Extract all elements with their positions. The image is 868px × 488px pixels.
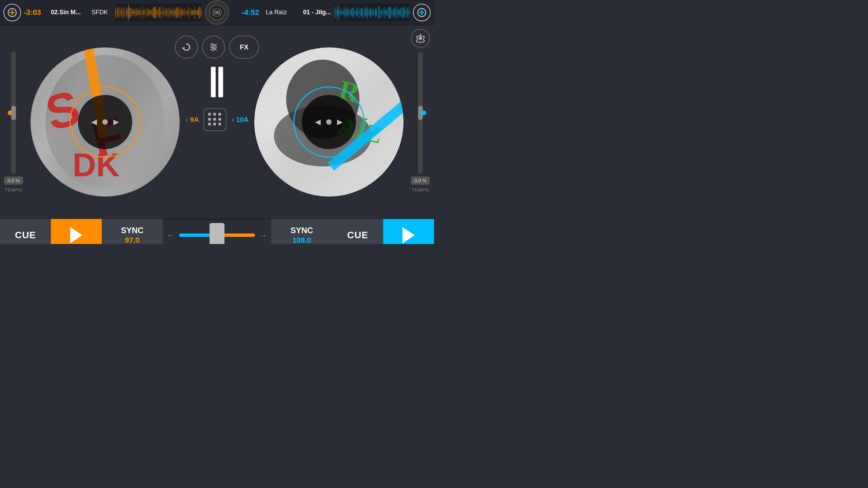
right-sync-value: 108.0 [292,236,311,244]
right-tempo-dot [421,110,426,115]
left-sync-block[interactable]: SYNC 97.0 [102,219,163,244]
grid-button[interactable] [203,108,226,131]
app-logo [205,0,229,25]
right-turntable[interactable]: R AÍZ ◀ ▶ [254,47,403,197]
eq-button[interactable] [202,36,225,59]
right-fwd-button[interactable]: ▶ [337,118,343,126]
left-play-icon [70,227,82,243]
right-center-overlay: ◀ ▶ [302,95,356,149]
left-key-note: ♪ [185,117,188,123]
crossfader-arrow-right: → [255,230,271,240]
left-side-panel: 0.0 % TEMPO [0,25,27,219]
crossfader-thumb[interactable] [210,223,224,244]
left-track-info: -3:03 02.Sin M... SFDK [21,4,205,21]
left-cue-button[interactable]: CUE [0,219,51,244]
right-back-button[interactable]: ◀ [315,118,321,126]
left-center-overlay: ◀ ▶ [78,95,132,149]
right-tempo-label: TEMPO [412,187,429,192]
svg-point-9 [419,37,422,40]
right-turntable-area: R AÍZ ◀ ▶ [251,25,407,219]
right-time: -4:52 [235,8,259,17]
left-track-name: 02.Sin M... [51,9,88,16]
right-play-button[interactable] [383,219,434,244]
right-play-icon [402,227,415,243]
svg-point-16 [211,44,213,46]
left-waveform [115,4,202,21]
crossfader[interactable]: ← → [163,219,271,244]
add-track-right-button[interactable] [413,4,431,21]
left-time: -3:03 [24,8,47,17]
crossfader-right-fill [221,233,255,237]
settings-button[interactable] [411,29,430,48]
svg-text:DK: DK [73,147,120,183]
left-turntable[interactable]: S F DK ◀ ▶ [31,47,180,197]
left-fwd-button[interactable]: ▶ [113,118,119,126]
middle-section: 0.0 % TEMPO S F DK [0,25,434,219]
left-key-display: ♪ 9A [185,116,199,124]
left-tempo-label: TEMPO [5,187,22,192]
left-artist: SFDK [92,9,112,16]
right-key: 10A [236,116,249,124]
add-track-left-button[interactable] [3,4,21,21]
left-back-button[interactable]: ◀ [91,118,97,126]
right-center-dot [326,119,332,125]
right-side-panel: 0.0 % TEMPO [407,25,434,219]
top-bar: -3:03 02.Sin M... SFDK 01 - Jilg... La R… [0,0,434,25]
right-sync-block[interactable]: SYNC 108.0 [271,219,332,244]
right-track-name: 01 - Jilg... [294,9,331,16]
right-key-note: ♪ [231,117,234,123]
left-tempo-pct: 0.0 % [4,177,23,185]
xfader-bars [211,67,223,97]
left-play-button[interactable] [51,219,102,244]
left-sync-label: SYNC [121,226,144,235]
right-sync-label: SYNC [291,226,313,235]
center-panel: FX ♪ 9A ♪ 10A [183,25,251,219]
right-key-display: ♪ 10A [231,116,249,124]
left-turntable-area: S F DK ◀ ▶ [27,25,183,219]
right-tempo-pct: 0.0 % [411,177,430,185]
crossfader-arrow-left: ← [163,230,179,240]
left-tempo-slider[interactable] [11,52,16,174]
right-waveform [334,4,410,21]
left-center-dot [102,119,108,125]
svg-point-5 [215,11,219,14]
right-track-info: 01 - Jilg... La Raíz -4:52 [229,4,413,21]
bottom-bar: CUE SYNC 97.0 ← → SYNC 108.0 CUE [0,219,434,244]
right-cue-button[interactable]: CUE [332,219,383,244]
left-sync-value: 97.0 [125,236,140,244]
left-key: 9A [190,116,199,124]
svg-point-18 [212,48,214,51]
svg-point-17 [214,46,216,48]
right-artist: La Raíz [266,9,287,16]
